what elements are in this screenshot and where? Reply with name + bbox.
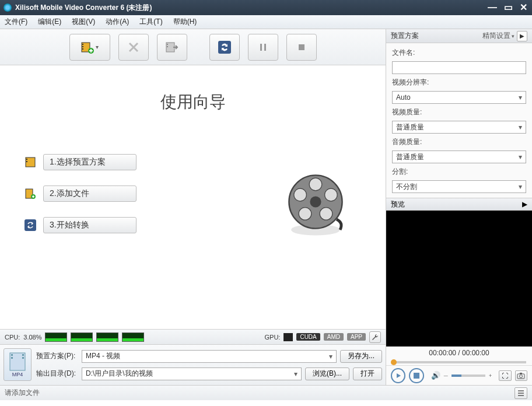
svg-rect-8 [218, 41, 231, 54]
preset-combo[interactable]: MP4 - 视频 [82, 350, 337, 363]
volume-icon[interactable]: 🔊 [431, 371, 440, 380]
filmstrip-icon [23, 155, 37, 169]
menu-view[interactable]: 视图(V) [72, 17, 95, 27]
time-display: 00:00:00 / 00:00:00 [386, 346, 532, 359]
menu-file[interactable]: 文件(F) [5, 17, 27, 27]
refresh-icon [23, 218, 37, 232]
svg-rect-27 [11, 354, 13, 356]
preset-form: 文件名: 视频分辨率: Auto 视频质量: 普通质量 音频质量: 普通质量 分… [386, 43, 532, 198]
resolution-select[interactable]: Auto [392, 91, 526, 104]
svg-point-22 [325, 188, 338, 201]
minimize-button[interactable]: — [487, 4, 498, 12]
camera-icon [517, 372, 525, 379]
split-select[interactable]: 不分割 [392, 180, 526, 193]
open-button[interactable]: 打开 [353, 368, 382, 380]
preset-mode-label[interactable]: 精简设置 [482, 31, 510, 41]
collapse-preview-button[interactable]: ▶ [522, 200, 527, 208]
cpu-meter-2 [71, 332, 93, 342]
step-start-convert-button[interactable]: 3.开始转换 [43, 217, 136, 233]
svg-rect-11 [299, 44, 304, 50]
svg-rect-30 [22, 357, 24, 359]
seek-slider[interactable] [392, 361, 526, 363]
svg-point-25 [294, 188, 307, 201]
svg-rect-14 [26, 161, 27, 162]
svg-point-21 [309, 178, 322, 191]
snapshot-button[interactable] [515, 370, 527, 381]
gpu-label: GPU: [265, 334, 281, 341]
resolution-label: 视频分辨率: [392, 78, 526, 88]
preview-area [386, 211, 532, 346]
save-as-button[interactable]: 另存为... [340, 350, 382, 363]
preset-label: 预置方案(P): [36, 351, 78, 361]
svg-rect-13 [26, 159, 27, 160]
browse-button[interactable]: 浏览(B)... [305, 368, 349, 380]
menubar: 文件(F) 编辑(E) 视图(V) 动作(A) 工具(T) 帮助(H) [0, 15, 532, 29]
svg-rect-28 [11, 357, 13, 359]
menu-edit[interactable]: 编辑(E) [38, 17, 61, 27]
wizard-title: 使用向导 [6, 91, 380, 113]
svg-rect-6 [167, 44, 168, 45]
preview-title: 预览 [391, 200, 405, 209]
convert-button[interactable] [209, 34, 240, 61]
add-file-button[interactable]: ▾ [69, 34, 110, 61]
svg-rect-34 [520, 373, 522, 374]
cpu-meter-3 [96, 332, 118, 342]
film-reel-icon [281, 170, 351, 242]
cpu-value: 3.08% [23, 334, 41, 341]
titlebar: Xilisoft Mobile Video Converter 6 (未注册) … [0, 0, 532, 15]
cpu-meter-4 [122, 332, 144, 342]
play-button[interactable] [391, 368, 405, 383]
svg-rect-9 [260, 44, 262, 51]
play-controls: 🔊 — + ⛶ [386, 365, 532, 385]
filmstrip-arrow-icon [165, 40, 179, 54]
filmstrip-plus-icon [80, 40, 94, 54]
stop-preview-button[interactable] [409, 368, 424, 383]
pause-button[interactable] [248, 34, 278, 61]
pause-icon [256, 40, 270, 54]
aquality-label: 音频质量: [392, 137, 526, 147]
x-icon [127, 40, 141, 54]
collapse-preset-button[interactable]: ▶ [517, 31, 527, 41]
vquality-select[interactable]: 普通质量 [392, 121, 526, 134]
svg-point-24 [299, 208, 312, 220]
fullscreen-button[interactable]: ⛶ [499, 370, 511, 381]
app-logo-icon [4, 4, 12, 12]
output-label: 输出目录(D): [36, 369, 78, 379]
app-badge: APP [347, 333, 366, 341]
add-profile-button[interactable] [157, 34, 187, 61]
cpu-meter-1 [45, 332, 67, 342]
svg-rect-2 [82, 46, 83, 47]
filename-input[interactable] [392, 61, 526, 74]
cpu-bar: CPU: 3.08% GPU: CUDA AMD APP [0, 329, 386, 344]
preview-header: 预览 ▶ [386, 198, 532, 211]
step-add-file-button[interactable]: 2.添加文件 [43, 186, 136, 202]
output-combo[interactable]: D:\用户目录\我的视频 [82, 368, 302, 380]
maximize-button[interactable]: ▭ [503, 4, 514, 12]
step-select-preset-button[interactable]: 1.选择预置方案 [43, 154, 136, 170]
preset-header: 预置方案 精简设置 ▾ ▶ [386, 29, 532, 43]
toolbar: ▾ [0, 29, 386, 65]
wrench-icon [372, 334, 379, 341]
menu-tools[interactable]: 工具(T) [139, 17, 162, 27]
close-button[interactable]: ✕ [519, 4, 528, 12]
window-title: Xilisoft Mobile Video Converter 6 (未注册) [15, 3, 487, 13]
nvidia-icon [284, 333, 293, 341]
aquality-select[interactable]: 普通质量 [392, 150, 526, 163]
volume-slider[interactable] [452, 374, 485, 377]
wizard-area: 使用向导 1.选择预置方案 2.添加文件 3.开始转换 [0, 65, 386, 329]
svg-rect-31 [414, 373, 419, 379]
cuda-badge: CUDA [296, 333, 320, 341]
svg-point-33 [520, 374, 523, 377]
menu-action[interactable]: 动作(A) [106, 17, 129, 27]
filmstrip-plus-icon [23, 187, 37, 201]
mp4-preset-icon: MP4 [4, 348, 32, 381]
preset-header-title: 预置方案 [391, 31, 419, 41]
list-view-button[interactable] [514, 387, 527, 399]
svg-point-23 [320, 208, 332, 220]
menu-help[interactable]: 帮助(H) [173, 17, 197, 27]
amd-badge: AMD [324, 333, 344, 341]
settings-button[interactable] [369, 331, 381, 343]
stop-button[interactable] [286, 34, 317, 61]
svg-rect-7 [167, 46, 168, 47]
delete-button[interactable] [118, 34, 149, 61]
